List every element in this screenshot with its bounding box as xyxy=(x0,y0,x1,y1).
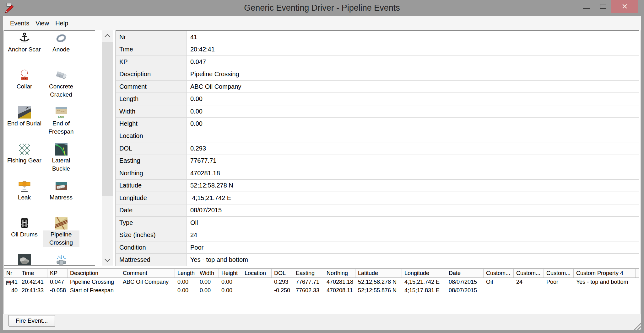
property-value[interactable]: 20:42:41 xyxy=(187,43,639,55)
column-header[interactable]: Width xyxy=(197,269,219,278)
property-value[interactable]: 0.047 xyxy=(187,56,639,68)
property-label: Mattressed xyxy=(116,254,187,266)
minimize-button[interactable] xyxy=(578,0,595,13)
fire-event-button[interactable]: Fire Event... xyxy=(8,315,55,326)
scroll-up-button[interactable] xyxy=(102,30,113,41)
cell-text: 41 xyxy=(11,279,18,285)
property-label: Latitude xyxy=(116,180,187,192)
property-row: ConditionPoor xyxy=(116,241,639,254)
close-button[interactable]: ✕ xyxy=(611,0,638,13)
property-value[interactable]: 08/07/2015 xyxy=(187,204,639,216)
property-value[interactable]: Poor xyxy=(187,241,639,253)
scrollbar-thumb[interactable] xyxy=(102,42,113,196)
palette-item-mattress[interactable]: Mattress xyxy=(43,180,79,217)
property-row: Width0.00 xyxy=(116,105,639,118)
maximize-button[interactable] xyxy=(595,0,611,13)
property-row: Northing470281.18 xyxy=(116,167,639,179)
property-label: Date xyxy=(116,204,187,216)
property-value[interactable]: Oil xyxy=(187,217,639,229)
palette-scrollbar[interactable] xyxy=(102,30,113,266)
palette-item-partial-rocks[interactable] xyxy=(6,254,43,266)
property-row: Longitude 4;15;21.742 E xyxy=(116,192,639,204)
title-bar: Generic Eventing Driver - Pipeline Event… xyxy=(0,0,644,16)
palette-item-anchor-scar[interactable]: Anchor Scar xyxy=(6,32,43,69)
column-header[interactable]: Description xyxy=(68,269,120,278)
palette-item-end-of-burial[interactable]: End of Burial xyxy=(6,106,43,143)
table-cell: 470208.11 xyxy=(324,286,355,295)
table-cell: Oil xyxy=(484,278,514,286)
event-row-41[interactable]: 41 20:42:41 0.047 Pipeline Crossing ABC … xyxy=(4,278,639,286)
property-label: Type xyxy=(116,217,187,229)
palette-item-pipeline-crossing[interactable]: Pipeline Crossing xyxy=(43,217,79,254)
column-header[interactable]: Comment xyxy=(120,269,175,278)
property-value[interactable]: ABC Oil Company xyxy=(187,81,639,92)
property-row: DOL0.293 xyxy=(116,142,639,155)
property-value[interactable]: 52;12;58.278 N xyxy=(187,180,639,192)
table-cell: 20:42:41 xyxy=(19,278,47,286)
column-header[interactable]: Easting xyxy=(293,269,324,278)
event-row-40[interactable]: 40 20:41:33 -0.058 Start of Freespan 0.0… xyxy=(4,286,639,295)
property-label: Nr xyxy=(116,31,187,43)
table-cell xyxy=(574,286,636,295)
property-value[interactable] xyxy=(187,130,639,142)
table-cell: 0.00 xyxy=(219,286,242,295)
property-row: Easting77677.71 xyxy=(116,155,639,167)
column-header[interactable]: Northing xyxy=(324,269,355,278)
property-value[interactable]: 24 xyxy=(187,229,639,241)
end-of-burial-icon xyxy=(18,106,31,119)
column-header[interactable]: Custom Property 4 xyxy=(574,269,636,278)
palette-item-leak[interactable]: Leak xyxy=(6,180,43,217)
property-row: Time20:42:41 xyxy=(116,43,639,56)
property-value[interactable]: 0.00 xyxy=(187,118,639,130)
property-value[interactable]: Yes - top and bottom xyxy=(187,254,639,266)
property-value[interactable]: 0.00 xyxy=(187,93,639,105)
table-cell: 0.293 xyxy=(272,278,293,286)
palette-item-fishing-gear[interactable]: Fishing Gear xyxy=(6,143,43,180)
property-value[interactable]: Pipeline Crossing xyxy=(187,68,639,80)
palette-item-label: End of Freespan xyxy=(43,119,79,136)
property-row: Height0.00 xyxy=(116,118,639,130)
event-table-header: Nr Time KP Description Comment Length Wi… xyxy=(4,268,639,278)
palette-item-collar[interactable]: Collar xyxy=(6,69,43,106)
resize-grip[interactable] xyxy=(633,322,641,330)
palette-item-label: Pipeline Crossing xyxy=(43,230,79,247)
column-header[interactable]: Date xyxy=(446,269,484,278)
column-header[interactable]: Height xyxy=(219,269,242,278)
property-label: KP xyxy=(116,56,187,68)
column-header[interactable]: Location xyxy=(242,269,272,278)
table-cell: 20:41:33 xyxy=(19,286,47,295)
column-header[interactable]: DOL xyxy=(272,269,293,278)
palette-item-concrete-cracked[interactable]: Concrete Cracked xyxy=(43,69,79,106)
palette-item-anode[interactable]: Anode xyxy=(43,32,79,69)
column-header[interactable]: Custom... xyxy=(514,269,544,278)
palette-item-oil-drums[interactable]: Oil Drums xyxy=(6,217,43,254)
column-header[interactable]: Longitude xyxy=(402,269,446,278)
menu-help[interactable]: Help xyxy=(52,18,71,28)
property-value[interactable]: 41 xyxy=(187,31,639,43)
property-value[interactable]: 0.00 xyxy=(187,105,639,117)
palette-item-end-of-freespan[interactable]: END End of Freespan xyxy=(43,106,79,143)
client-area: Anchor Scar Anode xyxy=(3,30,641,314)
property-value[interactable]: 77677.71 xyxy=(187,155,639,167)
column-header[interactable]: Latitude xyxy=(355,269,402,278)
menu-view[interactable]: View xyxy=(32,18,52,28)
palette-item-partial-water-spray[interactable] xyxy=(43,254,79,266)
column-header[interactable]: Length xyxy=(175,269,197,278)
property-row: DescriptionPipeline Crossing xyxy=(116,68,639,80)
property-label: Description xyxy=(116,68,187,80)
column-header[interactable]: Custom... xyxy=(544,269,574,278)
property-value[interactable]: 470281.18 xyxy=(187,167,639,179)
palette-item-lateral-buckle[interactable]: Lateral Buckle xyxy=(43,143,79,180)
column-header[interactable]: Time xyxy=(19,269,47,278)
table-cell: 77602.33 xyxy=(293,286,324,295)
column-header[interactable]: Custom... xyxy=(484,269,514,278)
property-value[interactable]: 0.293 xyxy=(187,142,639,154)
window-controls: ✕ xyxy=(578,0,638,13)
column-header[interactable]: Nr xyxy=(4,269,19,278)
menu-events[interactable]: Events xyxy=(7,18,32,28)
column-header[interactable]: KP xyxy=(47,269,68,278)
table-cell: 77677.71 xyxy=(293,278,324,286)
scroll-down-button[interactable] xyxy=(102,255,113,266)
property-value[interactable]: 4;15;21.742 E xyxy=(187,192,639,204)
mattress-icon xyxy=(55,180,68,193)
